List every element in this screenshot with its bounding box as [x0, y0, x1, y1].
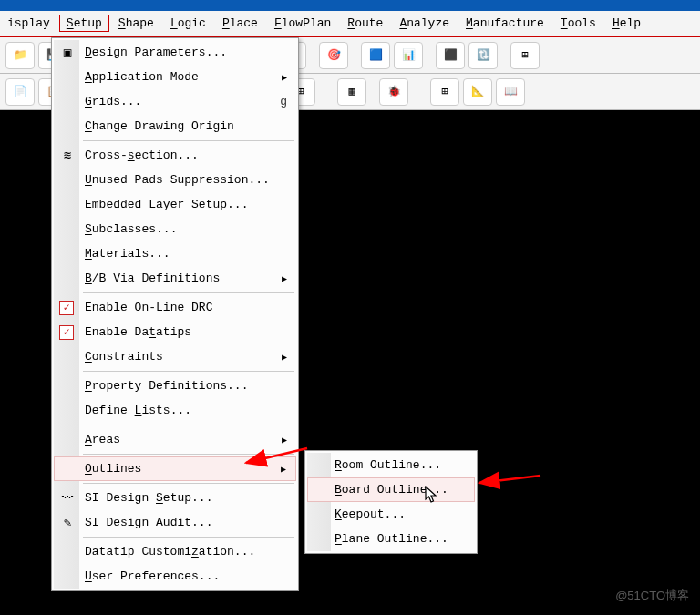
menu-item-label: Subclasses...: [85, 222, 287, 236]
menu-analyze[interactable]: Analyze: [392, 15, 457, 32]
menu-item-enable-datatips[interactable]: ✓Enable Datatips: [54, 320, 296, 344]
menu-display[interactable]: isplay: [0, 15, 57, 32]
menu-item-b-b-via-definitions[interactable]: B/B Via Definitions▶: [54, 266, 296, 291]
menu-item-label: Change Drawing Origin: [85, 119, 287, 133]
menu-item-label: Design Parameters...: [85, 46, 287, 59]
menu-item-enable-on-line-drc[interactable]: ✓Enable On-Line DRC: [54, 295, 296, 320]
toolbar-button[interactable]: 🔃: [468, 42, 498, 69]
menu-item-label: Enable On-Line DRC: [85, 301, 287, 314]
menu-item-subclasses[interactable]: Subclasses...: [54, 217, 296, 241]
toolbar-button[interactable]: ⊞: [510, 42, 540, 69]
svg-line-3: [479, 476, 540, 483]
toolbar-button[interactable]: ▦: [337, 78, 366, 106]
menu-item-unused-pads-suppression[interactable]: Unused Pads Suppression...: [54, 168, 296, 192]
menu-item-user-preferences[interactable]: User Preferences...: [54, 564, 296, 589]
toolbar-button[interactable]: 📄: [5, 78, 35, 106]
submenu-item-label: Room Outline...: [335, 458, 466, 472]
menu-item-label: Enable Datatips: [85, 325, 287, 339]
checkbox-checked-icon: ✓: [59, 325, 74, 340]
svg-line-1: [246, 448, 307, 463]
menu-item-label: Unused Pads Suppression...: [85, 173, 287, 187]
menu-item-label: B/B Via Definitions: [85, 272, 282, 285]
audit-icon: ✎: [57, 513, 77, 533]
submenu-item-room-outline[interactable]: Room Outline...: [307, 453, 475, 477]
chip-icon: ▣: [57, 43, 77, 63]
menu-item-datatip-customization[interactable]: Datatip Customization...: [54, 539, 296, 564]
menu-item-label: Datatip Customization...: [85, 545, 287, 559]
layers-icon: ≋: [57, 146, 77, 166]
toolbar-button[interactable]: 🟦: [361, 42, 390, 69]
menu-item-change-drawing-origin[interactable]: Change Drawing Origin: [54, 114, 296, 138]
menu-item-label: SI Design Audit...: [85, 516, 287, 529]
submenu-arrow-icon: ▶: [282, 435, 287, 446]
submenu-arrow-icon: ▶: [282, 273, 287, 284]
menu-item-define-lists[interactable]: Define Lists...: [54, 398, 296, 423]
annotation-arrow-1: [239, 445, 312, 472]
menu-item-label: Grids...: [85, 95, 280, 108]
menu-help[interactable]: Help: [605, 15, 648, 32]
submenu-arrow-icon: ▶: [282, 352, 287, 363]
title-bar: [0, 0, 700, 11]
menu-item-cross-section[interactable]: ≋Cross-section...: [54, 143, 296, 168]
menu-item-label: Property Definitions...: [85, 379, 287, 393]
toolbar-button[interactable]: 🎯: [319, 42, 348, 69]
menu-item-label: Constraints: [85, 350, 282, 364]
watermark: @51CTO博客: [615, 588, 689, 604]
toolbar-button[interactable]: 📁: [5, 42, 35, 69]
submenu-item-board-outline[interactable]: Board Outline...: [307, 477, 475, 502]
submenu-item-label: Board Outline...: [335, 483, 465, 497]
submenu-item-keepout[interactable]: Keepout...: [307, 502, 475, 527]
menu-item-label: User Preferences...: [85, 569, 287, 583]
menu-item-application-mode[interactable]: Application Mode▶: [54, 65, 296, 89]
submenu-item-plane-outline[interactable]: Plane Outline...: [307, 527, 475, 551]
menu-shortcut: g: [280, 95, 287, 108]
menu-item-label: Application Mode: [85, 70, 282, 84]
menu-item-label: SI Design Setup...: [85, 491, 287, 505]
menu-item-label: Embedded Layer Setup...: [85, 198, 287, 211]
menu-item-materials[interactable]: Materials...: [54, 241, 296, 266]
menu-item-property-definitions[interactable]: Property Definitions...: [54, 374, 296, 398]
menu-place[interactable]: Place: [215, 15, 265, 32]
menu-shape[interactable]: Shape: [111, 15, 161, 32]
toolbar-button[interactable]: ⊞: [430, 78, 459, 106]
menu-item-embedded-layer-setup[interactable]: Embedded Layer Setup...: [54, 192, 296, 217]
submenu-item-label: Plane Outline...: [335, 532, 466, 546]
outlines-submenu: Room Outline...Board Outline...Keepout..…: [304, 450, 478, 554]
menu-flowplan[interactable]: FlowPlan: [267, 15, 338, 32]
mouse-cursor-icon: [425, 486, 439, 504]
menu-item-label: Cross-section...: [85, 149, 287, 162]
menu-logic[interactable]: Logic: [163, 15, 213, 32]
wave-icon: 〰: [57, 488, 77, 508]
menu-item-constraints[interactable]: Constraints▶: [54, 344, 296, 369]
menu-tools[interactable]: Tools: [553, 15, 603, 32]
menu-item-si-design-setup[interactable]: 〰SI Design Setup...: [54, 486, 296, 510]
checkbox-checked-icon: ✓: [59, 301, 74, 315]
menu-bar: isplay Setup Shape Logic Place FlowPlan …: [0, 11, 700, 37]
submenu-arrow-icon: ▶: [282, 72, 287, 83]
toolbar-button[interactable]: 📖: [496, 78, 525, 106]
toolbar-button[interactable]: 📊: [394, 42, 423, 69]
toolbar-button[interactable]: 📐: [463, 78, 492, 106]
menu-manufacture[interactable]: Manufacture: [458, 15, 551, 32]
menu-setup[interactable]: Setup: [59, 15, 109, 32]
menu-item-design-parameters[interactable]: ▣Design Parameters...: [54, 40, 296, 65]
menu-item-grids[interactable]: Grids...g: [54, 89, 296, 114]
setup-dropdown-menu: ▣Design Parameters...Application Mode▶Gr…: [51, 37, 299, 591]
menu-item-label: Define Lists...: [85, 404, 287, 417]
menu-item-label: Materials...: [85, 247, 287, 261]
toolbar-button[interactable]: ⬛: [436, 42, 465, 69]
toolbar-button[interactable]: 🐞: [379, 78, 408, 106]
menu-route[interactable]: Route: [340, 15, 390, 32]
menu-item-si-design-audit[interactable]: ✎SI Design Audit...: [54, 510, 296, 535]
annotation-arrow-2: [472, 470, 545, 492]
submenu-item-label: Keepout...: [335, 507, 466, 521]
